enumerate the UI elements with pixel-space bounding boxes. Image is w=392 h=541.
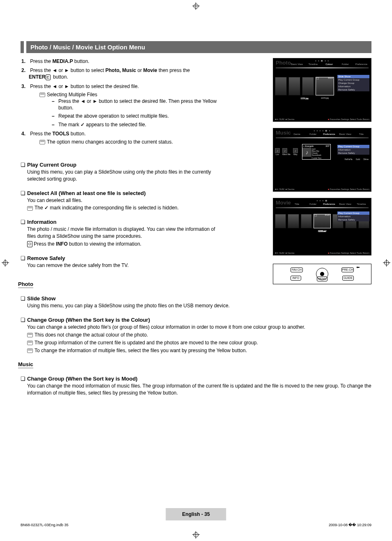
note-icon bbox=[27, 333, 33, 337]
remote-favch-button: FAV.CH bbox=[291, 267, 303, 272]
remote-guide-button: GUIDE bbox=[342, 276, 354, 281]
registration-mark-bottom bbox=[192, 531, 200, 539]
popup-menu: Play Current Group Information Remove Sa… bbox=[337, 211, 369, 221]
page-footer-center: English - 35 bbox=[166, 508, 226, 520]
section-title: Photo / Music / Movie List Option Menu bbox=[26, 41, 371, 53]
popup-menu: Play Current Group Information Remove Sa… bbox=[337, 145, 369, 155]
page-footer-left: BN68-02327L-03Eng.indb 35 bbox=[21, 523, 69, 527]
page-footer-right: 2009-10-08 �� 10:29:09 bbox=[329, 523, 371, 527]
photo-category-heading: Photo bbox=[18, 281, 33, 288]
note-icon bbox=[27, 348, 33, 353]
remote-prech-button: PRE-CH bbox=[341, 267, 354, 272]
change-group-mood-section: ❏Change Group (When the Sort key is Mood… bbox=[21, 376, 371, 397]
info-key-icon: O bbox=[27, 241, 32, 247]
remote-info-button: INFO bbox=[291, 276, 301, 281]
information-section: ❏Information The photo / music / movie f… bbox=[21, 219, 222, 247]
check-icon: ✓ bbox=[44, 205, 48, 211]
note-icon bbox=[27, 206, 33, 211]
note-icon bbox=[39, 93, 45, 97]
registration-mark-left bbox=[2, 259, 9, 267]
screenshot-movie: Movie • • • ■ Title Folder Preference Ba… bbox=[273, 198, 371, 255]
remote-diagram: FAV.CH PRE-CH ⬅ INFO MENU GUIDE bbox=[273, 264, 371, 284]
remove-safely-section: ❏Remove Safely You can remove the device… bbox=[21, 255, 222, 269]
change-group-colour-section: ❏Change Group (When the Sort key is the … bbox=[21, 317, 371, 354]
callout-arrow-icon: ⬅ bbox=[356, 265, 360, 269]
note-icon bbox=[39, 140, 45, 144]
screenshot-photo: Photo • • ■ • • Basic View Timeline Colo… bbox=[273, 58, 371, 122]
slide-show-section: ❏Slide Show Using this menu, you can pla… bbox=[21, 295, 371, 309]
enter-icon: E bbox=[46, 74, 51, 80]
deselect-all-section: ❏Deselect All (When at least one file is… bbox=[21, 190, 222, 212]
registration-mark-right bbox=[383, 259, 390, 267]
section-header: Photo / Music / Movie List Option Menu bbox=[21, 41, 371, 53]
play-current-group-section: ❏Play Current Group Using this menu, you… bbox=[21, 162, 222, 183]
screenshot-music: Music • • • • ■ • Genre Folder Preferenc… bbox=[273, 128, 371, 192]
popup-menu: Slide Show Play Current Group Change Gro… bbox=[337, 75, 369, 91]
music-category-heading: Music bbox=[18, 361, 33, 368]
remote-menu-button: MENU bbox=[317, 276, 327, 281]
check-icon: ✓ bbox=[81, 122, 85, 128]
numbered-steps: 1. Press the MEDIA.P button. 2. Press th… bbox=[21, 58, 222, 145]
note-icon bbox=[27, 341, 33, 345]
registration-mark-top bbox=[192, 2, 200, 10]
